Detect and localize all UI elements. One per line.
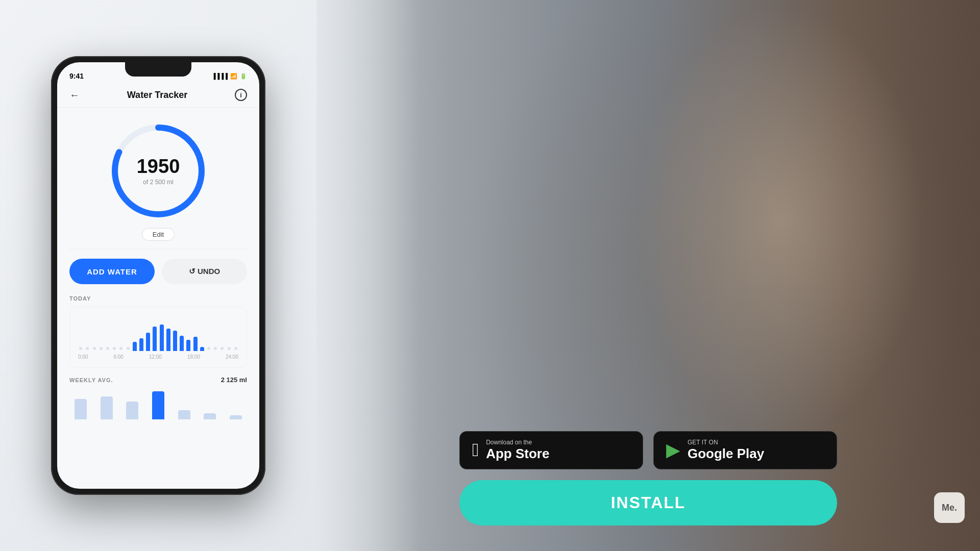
- app-store-button[interactable]:  Download on the App Store: [459, 431, 643, 469]
- chart-labels: 0:00 6:00 12:00 18:00 24:00: [76, 351, 240, 360]
- bar-slot: [118, 315, 124, 351]
- bar-empty: [220, 347, 224, 350]
- bar-slot: [226, 315, 231, 351]
- app-store-text: Download on the App Store: [486, 439, 549, 462]
- bar-empty: [100, 347, 103, 350]
- chart-bars: [76, 315, 240, 351]
- weekly-bar-slot: [69, 389, 92, 419]
- bar-filled: [186, 340, 190, 351]
- bar-filled: [180, 336, 184, 351]
- bar-slot: [213, 315, 218, 351]
- weekly-bars: [69, 389, 247, 419]
- bar-slot: [192, 315, 198, 351]
- chart-label-12: 12:00: [149, 354, 162, 360]
- bar-filled: [139, 338, 143, 351]
- bar-slot: [91, 315, 96, 351]
- weekly-bar: [126, 402, 138, 419]
- chart-label-24: 24:00: [226, 354, 238, 360]
- bar-slot: [206, 315, 211, 351]
- screen-title: Water Tracker: [127, 90, 187, 101]
- weekly-bar-slot: [173, 389, 195, 419]
- undo-button[interactable]: ↺ UNDO: [162, 259, 247, 284]
- bar-filled: [173, 331, 177, 351]
- info-button[interactable]: i: [235, 89, 247, 101]
- phone-screen: 9:41 ▐▐▐▐ 📶 🔋 ← Water Tracker i: [57, 62, 259, 489]
- bar-empty: [106, 347, 109, 350]
- bar-slot: [132, 315, 137, 351]
- bar-empty: [93, 347, 96, 350]
- wifi-icon: 📶: [230, 73, 237, 80]
- chart-label-6: 6:00: [113, 354, 123, 360]
- bar-empty: [228, 347, 231, 350]
- google-play-icon: ▶: [666, 439, 680, 461]
- me-badge: Me.: [934, 492, 965, 523]
- bar-slot: [179, 315, 184, 351]
- bar-slot: [145, 315, 151, 351]
- bar-empty: [79, 347, 82, 350]
- google-play-name: Google Play: [688, 446, 764, 462]
- bar-slot: [186, 315, 191, 351]
- weekly-bar: [230, 415, 242, 419]
- water-progress-circle: 1950 of 2 500 ml: [107, 120, 209, 222]
- status-icons: ▐▐▐▐ 📶 🔋: [212, 73, 247, 80]
- bar-slot: [173, 315, 178, 351]
- status-time: 9:41: [69, 72, 84, 80]
- bar-filled: [153, 327, 157, 351]
- weekly-bar-slot: [121, 389, 144, 419]
- bar-slot: [99, 315, 104, 351]
- edit-button[interactable]: Edit: [142, 228, 175, 241]
- bar-empty: [234, 347, 237, 350]
- weekly-bar: [204, 413, 216, 419]
- bar-slot: [125, 315, 130, 351]
- bar-filled: [166, 329, 170, 351]
- weekly-avg-value: 2 125 ml: [221, 376, 247, 384]
- bar-empty: [214, 347, 217, 350]
- install-button[interactable]: INSTALL: [459, 480, 837, 525]
- right-panel:  Download on the App Store ▶ GET IT ON …: [316, 0, 980, 551]
- left-panel: 9:41 ▐▐▐▐ 📶 🔋 ← Water Tracker i: [0, 0, 316, 551]
- bar-slot: [200, 315, 205, 351]
- bar-filled: [200, 347, 204, 351]
- battery-icon: 🔋: [240, 73, 247, 80]
- today-section: TODAY: [57, 293, 259, 374]
- weekly-bar: [178, 410, 190, 419]
- apple-icon: : [472, 439, 479, 461]
- bar-empty: [119, 347, 122, 350]
- google-play-button[interactable]: ▶ GET IT ON Google Play: [653, 431, 837, 469]
- chart-label-0: 0:00: [78, 354, 88, 360]
- weekly-bar: [75, 399, 87, 419]
- weekly-bar-slot: [224, 389, 247, 419]
- weekly-avg-label: WEEKLY AVG.: [69, 377, 113, 383]
- bar-slot: [166, 315, 171, 351]
- phone-frame: 9:41 ▐▐▐▐ 📶 🔋 ← Water Tracker i: [51, 56, 265, 495]
- bar-empty: [86, 347, 89, 350]
- bar-filled: [146, 333, 150, 351]
- bar-empty: [127, 347, 130, 350]
- store-buttons-area:  Download on the App Store ▶ GET IT ON …: [459, 431, 837, 469]
- today-label: TODAY: [69, 295, 247, 302]
- bar-slot: [219, 315, 225, 351]
- bar-empty: [207, 347, 210, 350]
- bar-slot: [159, 315, 164, 351]
- bar-empty: [113, 347, 116, 350]
- bar-slot: [139, 315, 144, 351]
- bar-filled: [193, 337, 198, 351]
- install-btn-area: INSTALL: [459, 480, 837, 525]
- weekly-bar-active: [152, 391, 164, 419]
- bar-slot: [233, 315, 238, 351]
- bar-filled: [160, 324, 164, 351]
- weekly-bar: [101, 396, 113, 419]
- app-store-name: App Store: [486, 446, 549, 462]
- google-play-sub: GET IT ON: [688, 439, 764, 446]
- back-button[interactable]: ←: [69, 89, 80, 101]
- weekly-header: WEEKLY AVG. 2 125 ml: [69, 376, 247, 384]
- app-header: ← Water Tracker i: [57, 85, 259, 108]
- bar-slot: [152, 315, 157, 351]
- app-store-sub: Download on the: [486, 439, 549, 446]
- bar-slot: [112, 315, 117, 351]
- weekly-section: WEEKLY AVG. 2 125 ml: [57, 374, 259, 425]
- weekly-bar-slot: [147, 389, 170, 419]
- add-water-button[interactable]: ADD WATER: [69, 259, 155, 284]
- today-chart: 0:00 6:00 12:00 18:00 24:00: [69, 307, 247, 368]
- weekly-bar-slot: [199, 389, 222, 419]
